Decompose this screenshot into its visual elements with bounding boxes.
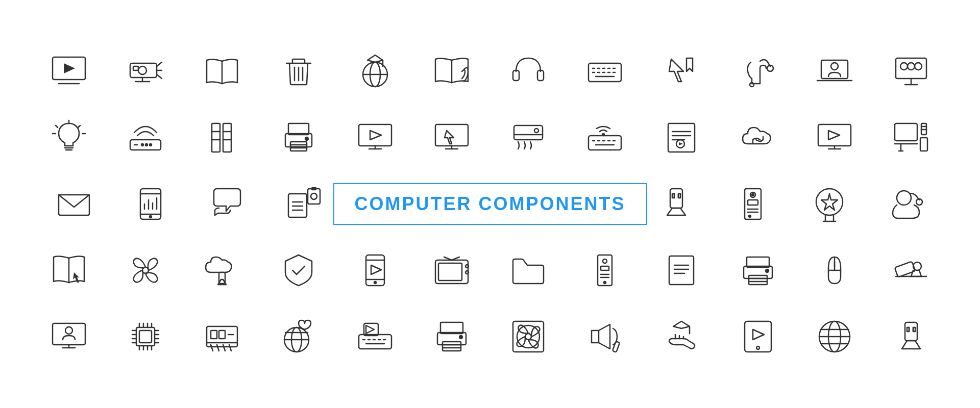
- desktop-icon: [878, 107, 944, 168]
- lightbulb-icon: [36, 107, 102, 168]
- chat-bubble-icon: [194, 173, 260, 235]
- svg-marker-152: [371, 265, 381, 274]
- cooling-fan-icon: [495, 306, 561, 367]
- svg-line-53: [56, 125, 58, 128]
- monitor-icon: [801, 107, 868, 168]
- globe-location-icon: [265, 306, 332, 367]
- open-book-icon: [189, 41, 255, 102]
- svg-point-234: [459, 336, 462, 339]
- svg-rect-220: [359, 335, 391, 349]
- wifi-router-icon: [112, 107, 179, 168]
- svg-rect-210: [219, 330, 225, 339]
- camera-doc-icon: [271, 173, 337, 235]
- globe2-icon: [801, 306, 868, 367]
- svg-point-139: [816, 189, 843, 215]
- svg-rect-135: [748, 200, 758, 205]
- main-container: COMPUTER COMPONENTS: [31, 41, 949, 367]
- svg-rect-8: [133, 66, 138, 70]
- ebook-icon: [648, 107, 715, 168]
- svg-point-144: [897, 191, 911, 205]
- svg-point-122: [311, 193, 317, 199]
- svg-point-134: [752, 194, 754, 196]
- svg-line-7: [157, 74, 162, 79]
- svg-marker-246: [753, 329, 764, 340]
- svg-point-247: [756, 346, 760, 349]
- cpu-chip-icon: [112, 306, 179, 367]
- computer-tower-icon: [720, 173, 786, 235]
- phone-play-icon: [342, 240, 408, 301]
- svg-rect-103: [895, 123, 917, 141]
- svg-point-237: [525, 334, 531, 340]
- presentation-icon: [878, 41, 944, 102]
- svg-point-157: [465, 271, 469, 274]
- svg-line-54: [78, 125, 80, 128]
- svg-rect-121: [308, 189, 320, 204]
- svg-rect-172: [749, 275, 767, 285]
- svg-rect-166: [669, 256, 694, 285]
- badge-star-icon: [796, 173, 863, 235]
- svg-point-175: [766, 269, 769, 272]
- cctv-icon: [878, 240, 944, 301]
- svg-marker-96: [679, 142, 683, 145]
- svg-marker-227: [366, 325, 374, 334]
- graduation-globe-icon: [342, 41, 408, 102]
- old-tv-icon: [419, 240, 485, 301]
- svg-point-82: [534, 129, 538, 133]
- svg-marker-140: [821, 194, 838, 210]
- svg-rect-256: [907, 327, 909, 332]
- svg-rect-107: [920, 138, 927, 151]
- printer3-icon: [419, 306, 485, 367]
- svg-marker-74: [370, 131, 381, 140]
- folder-icon: [495, 240, 561, 301]
- cloud-usb-icon: [189, 240, 255, 301]
- svg-point-44: [900, 63, 908, 70]
- svg-point-90: [602, 134, 604, 136]
- svg-rect-80: [514, 125, 543, 140]
- printer2-icon: [725, 240, 791, 301]
- svg-rect-62: [223, 123, 231, 152]
- svg-rect-67: [288, 123, 309, 135]
- headphones-icon: [495, 41, 561, 102]
- tower-pc-icon: [572, 240, 638, 301]
- svg-rect-162: [601, 266, 609, 270]
- envelope-icon: [41, 173, 107, 235]
- svg-line-212: [211, 345, 213, 351]
- svg-point-72: [305, 137, 308, 140]
- svg-point-60: [150, 144, 152, 146]
- icon-row-2: [31, 107, 949, 168]
- svg-line-5: [157, 62, 162, 66]
- svg-rect-61: [212, 123, 220, 152]
- keyboard-icon: [572, 41, 638, 102]
- usb-drive-icon: [643, 173, 709, 235]
- grad-hand-icon: [648, 306, 715, 367]
- page-title: COMPUTER COMPONENTS: [333, 183, 647, 225]
- svg-marker-19: [368, 55, 383, 62]
- svg-rect-99: [818, 124, 851, 146]
- svg-point-161: [603, 259, 607, 263]
- icon-row-3: COMPUTER COMPONENTS: [31, 173, 949, 235]
- laptop-user-icon: [801, 41, 868, 102]
- mouse-icon: [801, 240, 868, 301]
- svg-point-45: [915, 63, 922, 70]
- megaphone-icon: [572, 306, 638, 367]
- svg-point-119: [150, 216, 152, 218]
- trash-icon: [265, 41, 332, 102]
- head-headphones-icon: [873, 173, 939, 235]
- expansion-card-icon: [189, 306, 255, 367]
- svg-point-58: [141, 144, 143, 146]
- svg-rect-245: [745, 321, 771, 352]
- phone-chart-icon: [117, 173, 184, 235]
- svg-rect-130: [672, 194, 674, 198]
- printer-icon: [265, 107, 332, 168]
- icon-row-1: [31, 41, 949, 102]
- svg-line-182: [911, 270, 913, 276]
- svg-point-59: [145, 144, 148, 146]
- svg-point-4: [138, 66, 146, 74]
- tablet-play-icon: [725, 306, 791, 367]
- video-player-icon: [36, 41, 102, 102]
- svg-rect-73: [359, 124, 391, 146]
- svg-rect-231: [443, 342, 461, 351]
- icon-row-5: [31, 306, 949, 367]
- svg-marker-240: [673, 321, 690, 328]
- svg-marker-100: [828, 131, 840, 140]
